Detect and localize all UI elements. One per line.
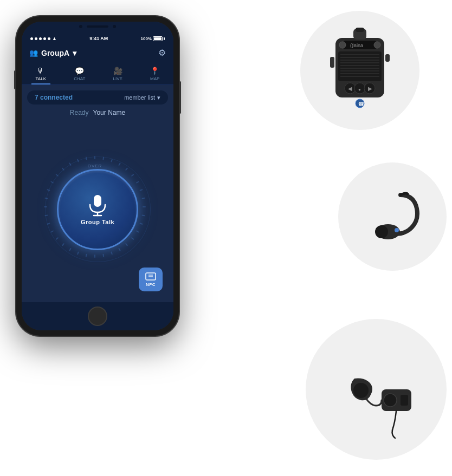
svg-rect-13 bbox=[131, 237, 134, 239]
member-list-button[interactable]: member list ▾ bbox=[124, 94, 160, 101]
svg-rect-17 bbox=[102, 253, 104, 257]
tab-talk-label: TALK bbox=[36, 76, 46, 81]
signal-dot-3 bbox=[39, 37, 42, 40]
earpiece bbox=[87, 25, 108, 28]
signal-dot-2 bbox=[35, 37, 37, 40]
bluetooth-earpiece-illustration bbox=[349, 173, 436, 260]
connected-status-bar: 7 connected member list ▾ bbox=[27, 90, 168, 105]
signal-dot-1 bbox=[30, 37, 33, 40]
svg-rect-30 bbox=[50, 181, 54, 184]
svg-rect-18 bbox=[94, 255, 95, 258]
svg-rect-20 bbox=[77, 251, 79, 255]
svg-rect-69 bbox=[385, 54, 390, 62]
microphone-icon bbox=[87, 194, 108, 219]
svg-text:((Bina: ((Bina bbox=[350, 43, 363, 48]
wired-earphone-circle bbox=[306, 319, 447, 460]
battery-tip bbox=[164, 37, 165, 40]
svg-rect-8 bbox=[141, 197, 145, 199]
settings-button[interactable]: ⚙ bbox=[158, 48, 166, 58]
status-bar: ▲ 9:41 AM 100% bbox=[22, 31, 173, 43]
svg-rect-68 bbox=[330, 57, 334, 68]
group-users-icon: 👥 bbox=[29, 49, 38, 57]
ptt-button-area: OVER Group Talk bbox=[27, 122, 168, 297]
tab-chat-label: CHAT bbox=[74, 76, 85, 81]
signal-area: ▲ bbox=[30, 36, 57, 41]
svg-rect-2 bbox=[111, 159, 113, 162]
home-button[interactable] bbox=[88, 307, 107, 326]
svg-text:◀: ◀ bbox=[348, 86, 352, 92]
svg-text:OVER: OVER bbox=[88, 164, 102, 168]
map-pin-icon: 📍 bbox=[150, 67, 159, 75]
tab-chat[interactable]: 💬 CHAT bbox=[69, 64, 89, 84]
svg-rect-14 bbox=[125, 243, 128, 246]
svg-rect-21 bbox=[69, 247, 72, 251]
user-name-display: Your Name bbox=[93, 109, 126, 116]
svg-rect-6 bbox=[136, 181, 139, 184]
microphone-icon: 🎙 bbox=[37, 67, 44, 75]
svg-rect-26 bbox=[44, 214, 48, 216]
svg-point-76 bbox=[353, 383, 369, 398]
group-name-display[interactable]: 👥 GroupA ▾ bbox=[29, 49, 76, 57]
phone-outer-shell: ▲ 9:41 AM 100% 👥 GroupA ▾ ⚙ bbox=[16, 16, 179, 336]
app-main-content: 7 connected member list ▾ Ready Your Nam… bbox=[22, 85, 173, 302]
tab-live[interactable]: 🎥 LIVE bbox=[109, 64, 127, 84]
svg-rect-11 bbox=[139, 223, 143, 225]
tab-talk[interactable]: 🎙 TALK bbox=[31, 64, 50, 84]
battery-bar bbox=[153, 36, 163, 41]
signal-dot-5 bbox=[48, 37, 50, 40]
svg-rect-9 bbox=[143, 206, 146, 207]
svg-rect-27 bbox=[44, 206, 47, 207]
svg-rect-1 bbox=[102, 157, 104, 160]
svg-text:▶: ▶ bbox=[368, 86, 372, 92]
battery-percent: 100% bbox=[141, 36, 152, 41]
phone-top-bar bbox=[22, 22, 173, 31]
svg-rect-29 bbox=[47, 188, 50, 191]
phone-screen: ▲ 9:41 AM 100% 👥 GroupA ▾ ⚙ bbox=[22, 22, 173, 330]
tab-map[interactable]: 📍 MAP bbox=[146, 64, 164, 84]
member-list-label: member list bbox=[124, 94, 155, 101]
svg-point-71 bbox=[375, 225, 388, 238]
svg-rect-32 bbox=[62, 167, 64, 171]
svg-rect-28 bbox=[44, 197, 48, 199]
connected-count: 7 connected bbox=[35, 94, 73, 101]
tab-map-label: MAP bbox=[150, 76, 159, 81]
svg-rect-22 bbox=[62, 243, 64, 246]
svg-rect-37 bbox=[94, 195, 101, 207]
svg-rect-10 bbox=[141, 214, 145, 216]
svg-point-72 bbox=[395, 228, 399, 232]
phone-bottom-bar bbox=[22, 302, 173, 330]
svg-rect-24 bbox=[50, 230, 54, 233]
tab-bar: 🎙 TALK 💬 CHAT 🎥 LIVE 📍 MAP bbox=[22, 62, 173, 85]
svg-rect-31 bbox=[55, 173, 59, 176]
nfc-button[interactable]: NFC bbox=[139, 268, 163, 291]
svg-rect-3 bbox=[118, 162, 121, 166]
radio-device-circle: ◀ ● ▶ ((Bina ☎ bbox=[300, 11, 419, 130]
svg-rect-25 bbox=[47, 223, 50, 225]
group-name-label: GroupA bbox=[41, 49, 69, 57]
sensor-dot bbox=[113, 25, 116, 28]
ptt-push-button[interactable]: Group Talk bbox=[57, 169, 138, 250]
tab-live-label: LIVE bbox=[113, 76, 122, 81]
svg-rect-4 bbox=[125, 167, 128, 171]
ptt-label: Group Talk bbox=[81, 219, 114, 225]
svg-rect-16 bbox=[111, 251, 113, 255]
video-icon: 🎥 bbox=[113, 67, 122, 75]
svg-point-64 bbox=[339, 42, 346, 48]
svg-rect-34 bbox=[77, 159, 79, 162]
wifi-icon: ▲ bbox=[52, 36, 57, 41]
signal-dot-4 bbox=[43, 37, 46, 40]
svg-rect-35 bbox=[86, 157, 87, 160]
bluetooth-earpiece-circle bbox=[338, 162, 447, 271]
phone-mockup: ▲ 9:41 AM 100% 👥 GroupA ▾ ⚙ bbox=[16, 16, 179, 460]
svg-rect-12 bbox=[136, 230, 139, 233]
battery-fill bbox=[154, 37, 162, 40]
svg-rect-5 bbox=[131, 173, 134, 176]
nfc-label: NFC bbox=[146, 282, 156, 287]
svg-rect-7 bbox=[139, 188, 143, 191]
ready-status-row: Ready Your Name bbox=[27, 109, 168, 116]
wired-earphone-illustration bbox=[317, 330, 436, 449]
battery-area: 100% bbox=[141, 36, 165, 41]
accessories-section: ◀ ● ▶ ((Bina ☎ bbox=[192, 0, 452, 476]
svg-rect-15 bbox=[118, 247, 121, 251]
svg-text:●: ● bbox=[358, 87, 361, 92]
